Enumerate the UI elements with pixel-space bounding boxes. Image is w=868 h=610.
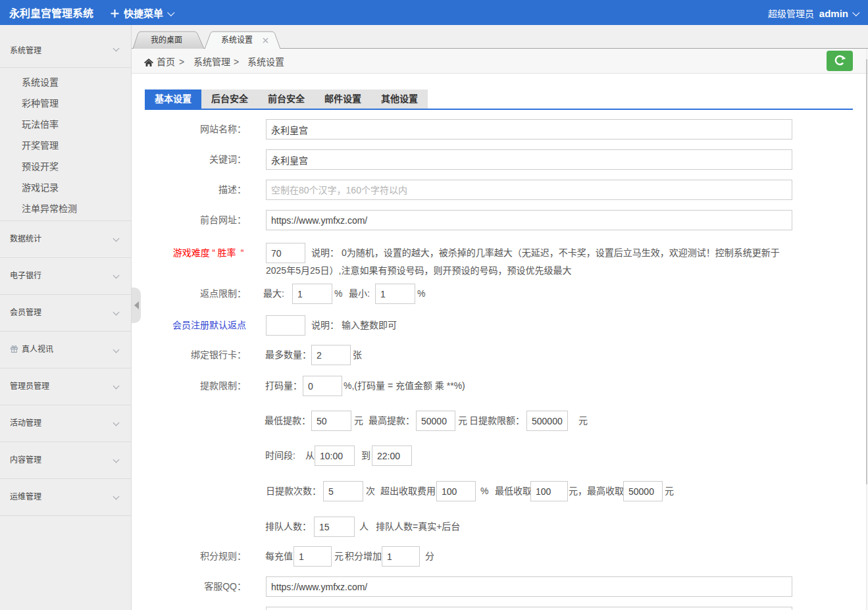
svg-text:我的桌面: 我的桌面	[151, 35, 182, 45]
svg-text:系统设置: 系统设置	[221, 36, 253, 45]
